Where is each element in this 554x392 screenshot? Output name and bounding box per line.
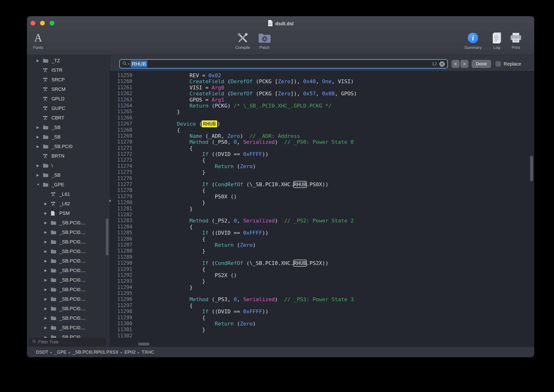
find-next-button[interactable]: >: [460, 60, 468, 68]
horizontal-scrollbar[interactable]: [138, 343, 149, 345]
tree-item-sbpci0[interactable]: ▶_SB.PCI0....: [27, 285, 110, 294]
minimize-button[interactable]: [40, 21, 45, 26]
clear-search-button[interactable]: ✕: [439, 61, 445, 67]
find-previous-button[interactable]: <: [451, 60, 460, 68]
vertical-scrollbar[interactable]: [530, 156, 533, 181]
tree-item-sbpci0[interactable]: ▶_SB.PCI0....: [27, 246, 110, 256]
replace-checkbox[interactable]: [495, 61, 501, 67]
tree-item-sbpci0[interactable]: ▶_SB.PCI0....: [27, 294, 110, 304]
code-token: }: [139, 169, 205, 175]
disclosure-collapsed-icon[interactable]: ▶: [44, 297, 50, 301]
code-token: Arg1: [212, 97, 224, 103]
tree-item-sbpci0[interactable]: ▶_SB.PCI0....: [27, 304, 110, 313]
tree-item-l61[interactable]: _L61: [27, 189, 110, 199]
code-line-11266: [139, 115, 534, 121]
code-token: DerefOf: [230, 78, 253, 84]
tree-item-sb[interactable]: ▶_SB: [27, 132, 110, 142]
disclosure-collapsed-icon[interactable]: ▶: [36, 59, 43, 63]
titlebar[interactable]: dsdt.dsl: [27, 16, 534, 29]
disclosure-collapsed-icon[interactable]: ▶: [44, 307, 50, 310]
tree-item-gupc[interactable]: GUPC: [27, 104, 110, 113]
code-token: )): [262, 308, 269, 315]
close-button[interactable]: [30, 21, 35, 26]
fonts-button[interactable]: A Fonts: [28, 31, 49, 50]
tree-item-cbrt[interactable]: CBRT: [27, 113, 110, 123]
tree-item-psm[interactable]: ▶PSM: [27, 208, 110, 218]
breadcrumb-item[interactable]: _SB.PCI0.RP01.PXSX: [73, 350, 118, 355]
code-token: (_PS3,: [208, 296, 234, 302]
tree-item-sb[interactable]: ▶_SB: [27, 123, 110, 132]
breadcrumb-item[interactable]: _GPE: [54, 350, 67, 355]
line-number: 11301: [110, 327, 132, 333]
disclosure-expanded-icon[interactable]: ▼: [36, 183, 43, 186]
tree-item-sbpci0[interactable]: ▶_SB.PCI0....: [27, 313, 110, 323]
tree-item-sbpci0[interactable]: ▶_SB.PCI0....: [27, 227, 110, 237]
code-token: 0: [234, 139, 237, 145]
disclosure-collapsed-icon[interactable]: ▶: [36, 126, 43, 129]
disclosure-collapsed-icon[interactable]: ▶: [36, 135, 43, 139]
disclosure-collapsed-icon[interactable]: ▶: [44, 202, 50, 206]
sidebar-scrollbar[interactable]: [106, 218, 109, 255]
tree-item-sbpci0[interactable]: ▶_SB.PCI0....: [27, 275, 110, 285]
line-number: 11279: [110, 194, 132, 200]
patch-button[interactable]: Patch: [254, 31, 275, 50]
splitter-handle[interactable]: [109, 200, 111, 202]
tree-item-sbpci0[interactable]: ▶_SB.PCI0....: [27, 332, 110, 338]
disclosure-collapsed-icon[interactable]: ▶: [44, 249, 50, 253]
tree-item-brtn[interactable]: BRTN: [27, 151, 110, 161]
tree-item-sbpci0[interactable]: ▶_SB.PCI0....: [27, 256, 110, 266]
tree-item-sbpci0[interactable]: ▶_SB.PCI0....: [27, 323, 110, 332]
method-icon: [43, 77, 49, 83]
disclosure-collapsed-icon[interactable]: ▶: [44, 211, 50, 215]
log-button[interactable]: Log: [486, 31, 507, 50]
code-token: 0: [234, 296, 237, 302]
tree-item-srcp[interactable]: SRCP: [27, 75, 110, 84]
tree-item-sbpci0[interactable]: ▶_SB.PCI0....: [27, 266, 110, 275]
code-editor[interactable]: 1125911260112611126211263112641126511266…: [110, 71, 534, 347]
tree-item-gpld[interactable]: GPLD: [27, 94, 110, 104]
disclosure-collapsed-icon[interactable]: ▶: [36, 145, 43, 148]
code-token: ,: [316, 91, 322, 97]
tree-item-sbpci0[interactable]: ▶_SB.PCI0....: [27, 218, 110, 227]
breadcrumb-item[interactable]: TXHC: [142, 350, 154, 355]
code-token: (: [208, 260, 215, 266]
disclosure-collapsed-icon[interactable]: ▶: [44, 268, 50, 272]
disclosure-collapsed-icon[interactable]: ▶: [44, 230, 50, 234]
tree-item-istr[interactable]: ISTR: [27, 65, 110, 75]
done-button[interactable]: Done: [471, 60, 491, 68]
line-number: 11265: [110, 109, 132, 115]
breadcrumb-item[interactable]: EP02: [125, 350, 135, 355]
code-token: [139, 103, 189, 109]
breadcrumb-item[interactable]: DSDT: [36, 350, 48, 355]
tree-item-label: _SB: [51, 125, 61, 130]
code-token: If: [202, 230, 208, 236]
disclosure-collapsed-icon[interactable]: ▶: [36, 173, 43, 177]
line-number: 11276: [110, 175, 132, 182]
tree-item-sb[interactable]: ▶_SB: [27, 170, 110, 180]
disclosure-collapsed-icon[interactable]: ▶: [36, 164, 43, 167]
disclosure-collapsed-icon[interactable]: ▶: [44, 335, 50, 338]
disclosure-collapsed-icon[interactable]: ▶: [44, 287, 50, 291]
disclosure-collapsed-icon[interactable]: ▶: [44, 316, 50, 320]
compile-button[interactable]: Compile: [232, 31, 253, 50]
tree-item-sbpci0[interactable]: ▶_SB.PCI0....: [27, 237, 110, 246]
disclosure-collapsed-icon[interactable]: ▶: [44, 240, 50, 244]
tree-item-tz[interactable]: ▶_TZ: [27, 56, 110, 65]
tree-item-sbpci0[interactable]: ▶_SB.PCI0: [27, 142, 110, 151]
disclosure-collapsed-icon[interactable]: ▶: [44, 326, 50, 329]
search-field[interactable]: ▾ RHUB 12 ✕: [119, 59, 448, 69]
print-button[interactable]: Print: [505, 31, 526, 50]
tree-item-l62[interactable]: ▶_L62: [27, 199, 110, 208]
summary-button[interactable]: i Summary: [462, 31, 484, 50]
chevron-down-icon[interactable]: ▾: [128, 62, 129, 66]
tree-item-srcm[interactable]: SRCM: [27, 84, 110, 94]
disclosure-collapsed-icon[interactable]: ▶: [44, 221, 50, 225]
disclosure-collapsed-icon[interactable]: ▶: [44, 259, 50, 263]
tree-item-label: _SB.PCI0: [51, 144, 72, 149]
tree-item-root[interactable]: ▶\: [27, 161, 110, 170]
disclosure-collapsed-icon[interactable]: ▶: [44, 278, 50, 282]
tree-item-gpe[interactable]: ▼_GPE: [27, 180, 110, 189]
zoom-button[interactable]: [49, 21, 54, 26]
filter-tree-field[interactable]: Filter Tree: [30, 338, 106, 346]
code-token: [139, 163, 215, 169]
